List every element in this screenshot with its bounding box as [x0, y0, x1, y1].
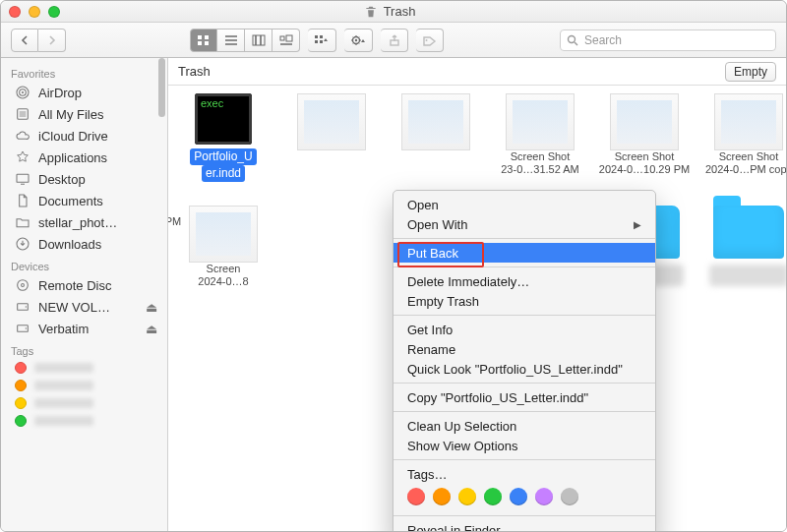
sidebar-item-applications[interactable]: Applications [1, 147, 167, 168]
ctx-clean-up-selection[interactable]: Clean Up Selection [394, 416, 655, 436]
ctx-label: Clean Up Selection [407, 419, 516, 434]
zoom-window-button[interactable] [48, 6, 60, 18]
tags-group [416, 29, 444, 52]
ctx-show-view-options[interactable]: Show View Options [394, 436, 655, 455]
file-screenshot-row2[interactable]: Screen 2024-0…8 [174, 206, 272, 287]
tag-color-purple[interactable] [535, 488, 553, 505]
trash-icon [364, 5, 378, 19]
sidebar-item-downloads[interactable]: Downloads [1, 233, 167, 255]
columns-icon [252, 34, 266, 46]
empty-trash-button[interactable]: Empty [725, 62, 776, 82]
tag-label-blurred [34, 363, 93, 373]
icons-area[interactable]: exec Portfolio_U er.indd Screen Shot 23-… [168, 86, 786, 532]
ctx-open-with[interactable]: Open With▶ [394, 214, 655, 234]
item-label: Screen Shot [615, 150, 675, 163]
ctx-quick-look[interactable]: Quick Look "Portfolio_US_Letter.indd" [394, 359, 655, 379]
close-window-button[interactable] [9, 6, 21, 18]
action-button[interactable] [344, 29, 373, 52]
ctx-open[interactable]: Open [394, 195, 655, 214]
coverflow-icon [279, 34, 293, 46]
scrollbar-thumb[interactable] [158, 58, 165, 117]
tag-color-gray[interactable] [561, 488, 578, 505]
sidebar-item-airdrop[interactable]: AirDrop [1, 82, 167, 103]
sidebar-item-label: stellar_phot… [38, 215, 117, 230]
svg-rect-9 [315, 40, 318, 43]
sidebar-tag-green[interactable] [1, 412, 167, 430]
screenshot-icon [401, 93, 470, 150]
sidebar-tag-red[interactable] [1, 359, 167, 377]
tag-color-blue[interactable] [510, 488, 527, 505]
tag-label-blurred [34, 416, 93, 426]
tag-color-green[interactable] [484, 488, 502, 505]
ctx-rename[interactable]: Rename [394, 339, 655, 359]
ctx-delete-immediately[interactable]: Delete Immediately… [394, 271, 655, 291]
svg-rect-20 [17, 174, 29, 182]
document-icon [15, 193, 30, 208]
eject-icon[interactable]: ⏏ [146, 300, 157, 315]
sidebar-item-newvol[interactable]: NEW VOL…⏏ [1, 296, 167, 318]
file-portfolio-indd[interactable]: exec Portfolio_U er.indd [174, 93, 272, 182]
sidebar-item-verbatim[interactable]: Verbatim⏏ [1, 318, 167, 339]
tag-icon [423, 34, 437, 46]
back-button[interactable] [11, 29, 38, 52]
sidebar-item-label: Desktop [38, 172, 86, 187]
ctx-separator [394, 315, 655, 316]
sidebar-item-stellar[interactable]: stellar_phot… [1, 211, 167, 233]
view-mode-group [190, 29, 300, 52]
sidebar-item-allmyfiles[interactable]: All My Files [1, 103, 167, 125]
sidebar-scrollbar[interactable] [157, 58, 167, 532]
file-screenshot-3[interactable] [387, 93, 485, 150]
sidebar-item-icloud[interactable]: iCloud Drive [1, 125, 167, 147]
ctx-tag-colors [394, 484, 655, 511]
sidebar-item-desktop[interactable]: Desktop [1, 168, 167, 190]
tag-orange-icon [15, 380, 27, 391]
column-view-button[interactable] [245, 29, 272, 52]
list-view-button[interactable] [217, 29, 245, 52]
cloud-icon [15, 128, 30, 144]
item-label-line2: 2024-0…PM copy [705, 163, 786, 176]
ctx-put-back[interactable]: Put Back [394, 243, 655, 263]
item-label-line2: 23-0…31.52 AM [501, 163, 579, 176]
file-screenshot-2[interactable] [282, 93, 381, 150]
file-screenshot-5[interactable]: Screen Shot 2024-0…10.29 PM [595, 93, 694, 175]
applications-icon [15, 149, 30, 165]
ctx-empty-trash[interactable]: Empty Trash [394, 291, 655, 311]
svg-rect-5 [280, 36, 284, 40]
svg-rect-1 [205, 35, 209, 39]
arrange-group [308, 29, 336, 52]
drive-icon [15, 321, 30, 336]
arrange-button[interactable] [308, 29, 336, 52]
sidebar-tag-orange[interactable] [1, 377, 167, 394]
ctx-label: Reveal in Finder [407, 523, 501, 533]
tag-color-orange[interactable] [433, 488, 451, 505]
item-label-blurred [709, 265, 786, 286]
file-screenshot-4[interactable]: Screen Shot 23-0…31.52 AM [491, 93, 589, 175]
allfiles-icon [15, 106, 30, 122]
ctx-get-info[interactable]: Get Info [394, 320, 655, 339]
sidebar-item-label: Remote Disc [38, 278, 111, 293]
share-button[interactable] [381, 29, 408, 52]
icon-view-button[interactable] [190, 29, 217, 52]
sidebar-item-remotedisc[interactable]: Remote Disc [1, 274, 167, 296]
ctx-reveal-in-finder[interactable]: Reveal in Finder [394, 520, 655, 532]
chevron-right-icon [47, 35, 57, 45]
ctx-label: Tags… [407, 467, 447, 482]
window-title-text: Trash [384, 4, 416, 19]
svg-rect-4 [253, 35, 265, 45]
folder-3[interactable] [699, 206, 786, 286]
forward-button[interactable] [38, 29, 66, 52]
ctx-tags[interactable]: Tags… [394, 464, 655, 484]
ctx-label: Get Info [407, 323, 453, 337]
sidebar-item-documents[interactable]: Documents [1, 190, 167, 211]
search-field[interactable]: Search [560, 30, 776, 51]
ctx-copy[interactable]: Copy "Portfolio_US_Letter.indd" [394, 387, 655, 407]
tag-color-red[interactable] [407, 488, 425, 505]
coverflow-view-button[interactable] [272, 29, 300, 52]
tag-color-yellow[interactable] [458, 488, 476, 505]
eject-icon[interactable]: ⏏ [146, 322, 157, 336]
file-screenshot-6[interactable]: Screen Shot 2024-0…PM copy [699, 93, 786, 175]
minimize-window-button[interactable] [29, 6, 40, 18]
tags-button[interactable] [416, 29, 444, 52]
sidebar-tag-yellow[interactable] [1, 394, 167, 412]
share-icon [389, 34, 400, 46]
